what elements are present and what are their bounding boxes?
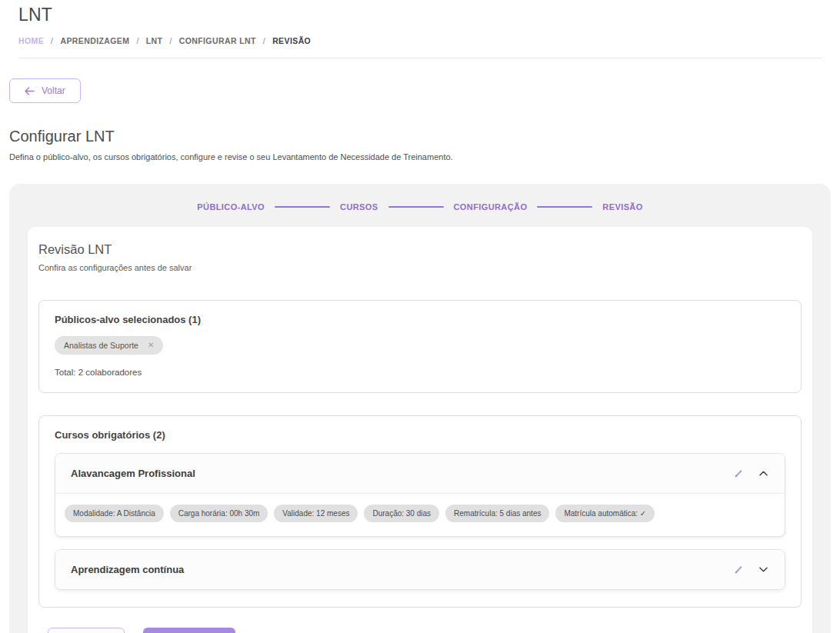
pencil-icon	[734, 565, 744, 575]
courses-section: Cursos obrigatórios (2) Alavancagem Prof…	[38, 415, 802, 608]
course-accordion-header[interactable]: Aprendizagem contínua	[55, 550, 785, 589]
course-tag-duracao: Duração: 30 dias	[364, 505, 439, 522]
stepper: PÚBLICO-ALVO CURSOS CONFIGURAÇÃO REVISÃO	[28, 199, 812, 227]
step-publico-alvo[interactable]: PÚBLICO-ALVO	[197, 202, 265, 212]
course-tag-matricula-automatica: Matrícula automática: ✓	[555, 505, 655, 522]
breadcrumb-item-configurar-lnt[interactable]: CONFIGURAR LNT	[179, 36, 256, 45]
breadcrumb-item-home[interactable]: HOME	[18, 36, 44, 45]
page-title: LNT	[18, 5, 822, 25]
save-lnt-button[interactable]: Salvar LNT	[143, 628, 235, 633]
audience-total: Total: 2 colaboradores	[55, 368, 785, 377]
collapse-course-button[interactable]	[758, 469, 769, 478]
breadcrumb-separator: /	[169, 36, 172, 45]
arrow-left-icon	[25, 87, 35, 95]
review-subtitle: Confira as configurações antes de salvar	[38, 263, 802, 272]
course-tag-validade: Validade: 12 meses	[274, 505, 358, 522]
review-card: Revisão LNT Confira as configurações ant…	[28, 227, 812, 633]
audiences-heading: Públicos-alvo selecionados (1)	[55, 314, 785, 325]
edit-course-button[interactable]	[732, 563, 745, 576]
course-card: Aprendizagem contínua	[55, 549, 785, 590]
audience-chip-row: Analistas de Suporte ✕	[55, 336, 785, 355]
step-cursos[interactable]: CURSOS	[340, 202, 378, 212]
header-divider	[18, 58, 822, 58]
back-button-label: Voltar	[42, 85, 65, 96]
audiences-section: Públicos-alvo selecionados (1) Analistas…	[38, 300, 802, 393]
expand-course-button[interactable]	[758, 565, 769, 574]
page-description: Defina o público-alvo, os cursos obrigat…	[9, 152, 831, 162]
edit-course-button[interactable]	[732, 467, 745, 480]
breadcrumb-separator: /	[136, 36, 138, 45]
page: LNT HOME / APRENDIZAGEM / LNT / CONFIGUR…	[0, 0, 840, 633]
page-heading: Configurar LNT	[9, 128, 831, 145]
step-connector-line	[275, 206, 330, 208]
wizard-panel: PÚBLICO-ALVO CURSOS CONFIGURAÇÃO REVISÃO…	[9, 184, 831, 633]
audience-chip: Analistas de Suporte ✕	[55, 336, 163, 355]
breadcrumb-separator: /	[263, 36, 265, 45]
back-button[interactable]: Voltar	[9, 78, 81, 103]
course-tag-carga-horaria: Carga horária: 00h 30m	[170, 505, 268, 522]
chevron-down-icon	[759, 567, 768, 572]
breadcrumb-item-lnt[interactable]: LNT	[146, 36, 163, 45]
wizard-footer: Anterior Salvar LNT	[48, 628, 802, 633]
breadcrumb-item-revisao: REVISÃO	[272, 36, 311, 45]
course-accordion-header[interactable]: Alavancagem Profissional	[55, 454, 785, 493]
courses-heading: Cursos obrigatórios (2)	[55, 429, 785, 441]
course-tag-modalidade: Modalidade: A Distância	[65, 505, 164, 522]
course-details: Modalidade: A Distância Carga horária: 0…	[55, 493, 785, 536]
breadcrumb: HOME / APRENDIZAGEM / LNT / CONFIGURAR L…	[18, 36, 822, 45]
chip-close-icon[interactable]: ✕	[148, 341, 154, 349]
course-tag-row: Modalidade: A Distância Carga horária: 0…	[65, 505, 775, 522]
audience-chip-label: Analistas de Suporte	[64, 341, 138, 350]
step-connector-line	[537, 206, 592, 208]
step-configuracao[interactable]: CONFIGURAÇÃO	[454, 202, 528, 212]
chevron-up-icon	[759, 471, 768, 476]
step-connector-line	[388, 206, 444, 208]
review-title: Revisão LNT	[38, 242, 802, 257]
course-card: Alavancagem Profissional	[55, 453, 785, 537]
pencil-icon	[734, 468, 744, 478]
breadcrumb-separator: /	[51, 36, 53, 45]
course-title: Aprendizagem contínua	[71, 564, 732, 575]
previous-step-button[interactable]: Anterior	[48, 628, 125, 633]
page-header: LNT HOME / APRENDIZAGEM / LNT / CONFIGUR…	[9, 0, 831, 45]
breadcrumb-item-aprendizagem[interactable]: APRENDIZAGEM	[60, 36, 129, 45]
course-tag-rematricula: Rematrícula: 5 dias antes	[445, 505, 549, 522]
step-revisao[interactable]: REVISÃO	[602, 202, 642, 212]
course-title: Alavancagem Profissional	[71, 468, 732, 479]
